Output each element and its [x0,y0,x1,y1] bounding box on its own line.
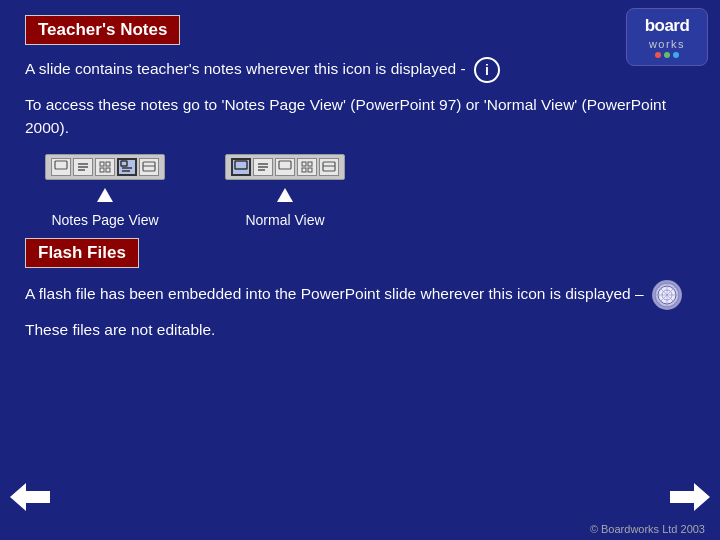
tb-normal-lines-btn [253,158,273,176]
tb-normal-grid-btn [297,158,317,176]
notes-toolbar [45,154,165,180]
teachers-notes-para1-text: A slide contains teacher's notes whereve… [25,60,466,77]
flash-icon [652,280,682,310]
flash-files-badge: Flash Files [25,238,139,268]
teachers-notes-badge: Teacher's Notes [25,15,180,45]
boardworks-logo: board works [626,8,708,66]
normal-view-section: Normal View [225,154,345,228]
normal-toolbar [225,154,345,180]
notes-page-arrow [97,188,113,202]
flash-files-section: Flash Files A flash file has been embedd… [25,238,695,341]
svg-rect-17 [279,161,291,169]
svg-rect-7 [106,168,110,172]
logo-dot-red [655,52,661,58]
logo-dot-row [655,52,679,58]
tb-normal-selected-btn [231,158,251,176]
views-container: Notes Page View [45,154,695,228]
tb-slide-btn [51,158,71,176]
tb-lines-btn [73,158,93,176]
main-container: board works Teacher's Notes A slide cont… [0,0,720,540]
flash-para1-text: A flash file has been embedded into the … [25,285,644,302]
tb-grid-btn [95,158,115,176]
svg-rect-21 [308,168,312,172]
svg-rect-4 [100,162,104,166]
flash-para2: These files are not editable. [25,318,695,341]
svg-rect-13 [235,161,247,169]
notes-page-view-section: Notes Page View [45,154,165,228]
nav-left-arrow[interactable] [10,483,50,518]
tb-notes-selected-btn [117,158,137,176]
svg-rect-8 [121,161,127,166]
teachers-notes-section: Teacher's Notes A slide contains teacher… [25,15,695,228]
tb-layout-btn [139,158,159,176]
notes-page-view-label: Notes Page View [51,212,158,228]
notes-icon: i [474,57,500,83]
flash-para1: A flash file has been embedded into the … [25,280,695,310]
svg-rect-5 [106,162,110,166]
svg-rect-6 [100,168,104,172]
svg-marker-31 [10,483,50,511]
copyright: © Boardworks Ltd 2003 [590,523,705,535]
nav-right-arrow[interactable] [670,483,710,518]
teachers-notes-para1: A slide contains teacher's notes whereve… [25,57,695,83]
svg-marker-32 [670,483,710,511]
svg-rect-20 [302,168,306,172]
svg-rect-19 [308,162,312,166]
svg-rect-0 [55,161,67,169]
normal-view-arrow [277,188,293,202]
svg-rect-18 [302,162,306,166]
tb-normal-slide-btn [275,158,295,176]
teachers-notes-para2: To access these notes go to 'Notes Page … [25,93,695,140]
logo-works-text: works [649,38,685,50]
normal-view-label: Normal View [245,212,324,228]
logo-top-row: board [645,16,690,36]
logo-dot-green [664,52,670,58]
tb-normal-layout-btn [319,158,339,176]
logo-board-text: board [645,16,690,36]
nav-arrows [0,483,720,518]
logo-dot-blue [673,52,679,58]
